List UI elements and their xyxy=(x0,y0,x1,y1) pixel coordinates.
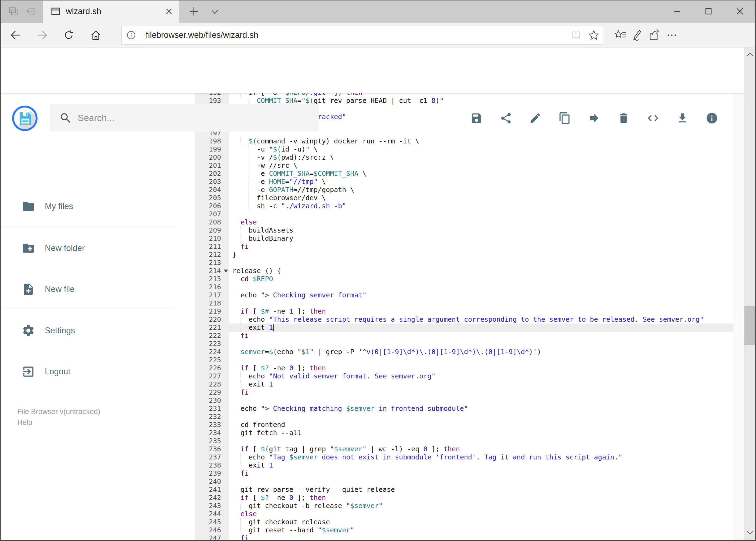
code-line[interactable]: 224semver=$(echo "$1" | grep -P '^v(0|[1… xyxy=(195,348,733,356)
new-tab-button[interactable] xyxy=(186,4,201,19)
code-line[interactable]: 201-w //src \ xyxy=(195,162,733,170)
vertical-scrollbar[interactable] xyxy=(744,48,756,540)
share-button[interactable] xyxy=(500,112,512,125)
code-line[interactable]: 228exit 1 xyxy=(195,380,733,388)
code-line[interactable]: 209buildAssets xyxy=(195,226,733,235)
code-line[interactable]: 247fi xyxy=(195,534,733,541)
sidebar-item-settings[interactable]: Settings xyxy=(0,316,189,345)
code-line[interactable]: 243git checkout -b release "$semver" xyxy=(195,502,733,510)
code-line[interactable]: 221exit 1 xyxy=(195,323,733,332)
code-line[interactable]: 193COMMIT_SHA="$(git rev-parse HEAD | cu… xyxy=(195,97,733,105)
raw-view-button[interactable] xyxy=(647,112,659,125)
code-line[interactable]: 212} xyxy=(195,251,733,259)
code-line[interactable]: 227echo "Not valid semver format. See se… xyxy=(195,372,733,380)
code-line[interactable]: 219if [ $# -ne 1 ]; then xyxy=(195,307,733,315)
maximize-button[interactable] xyxy=(696,0,721,23)
forward-button[interactable] xyxy=(32,24,53,46)
tab-preview-toggle-icon[interactable] xyxy=(208,5,222,19)
code-line[interactable]: 192if [ -d "$REPO/.git" ]; then xyxy=(195,93,733,97)
scroll-down-icon[interactable] xyxy=(744,528,756,537)
info-button[interactable] xyxy=(705,112,718,125)
refresh-icon[interactable] xyxy=(58,24,80,46)
delete-button[interactable] xyxy=(617,112,630,125)
search-bar[interactable] xyxy=(50,104,319,132)
code-line[interactable]: 208else xyxy=(195,218,733,226)
filebrowser-logo[interactable] xyxy=(12,106,38,131)
code-line[interactable]: 226if [ $? -ne 0 ]; then xyxy=(195,364,733,372)
tab-close-icon[interactable] xyxy=(161,3,177,19)
minimize-button[interactable] xyxy=(664,0,690,23)
move-button[interactable] xyxy=(588,112,601,125)
edit-button[interactable] xyxy=(529,112,542,125)
code-line[interactable]: 240 xyxy=(195,477,733,486)
annotate-pen-icon[interactable] xyxy=(628,26,645,44)
code-line[interactable]: 207 xyxy=(195,210,733,218)
code-line[interactable]: 223 xyxy=(195,340,733,348)
code-line[interactable]: 236if [ $(git tag | grep "$semver" | wc … xyxy=(195,445,733,453)
url-text[interactable]: filebrowser.web/files/wizard.sh xyxy=(146,30,567,40)
code-line[interactable]: 203-e HOME="//tmp" \ xyxy=(195,178,733,186)
fold-arrow-icon[interactable] xyxy=(224,270,228,272)
code-line[interactable]: 211fi xyxy=(195,243,733,251)
code-line[interactable]: 235 xyxy=(195,437,733,445)
code-line[interactable]: 206sh -c "./wizard.sh -b" xyxy=(195,202,733,210)
sidebar-item-new-file[interactable]: New file xyxy=(0,274,189,304)
sidebar-item-my-files[interactable]: My files xyxy=(0,192,189,221)
more-options-icon[interactable] xyxy=(663,26,680,44)
code-line[interactable]: 202-e COMMIT_SHA=$COMMIT_SHA \ xyxy=(195,170,733,178)
code-line[interactable]: 198$(command -v winpty) docker run --rm … xyxy=(195,137,733,145)
code-editor[interactable]: 192if [ -d "$REPO/.git" ]; then193COMMIT… xyxy=(195,93,733,541)
code-line[interactable]: 225 xyxy=(195,356,733,364)
sidebar-item-logout[interactable]: Logout xyxy=(0,357,189,386)
favorites-hub-icon[interactable] xyxy=(612,26,629,44)
code-line[interactable]: 229fi xyxy=(195,388,733,396)
code-line[interactable]: 200-v /$(pwd):/src:z \ xyxy=(195,154,733,162)
scrollbar-thumb[interactable] xyxy=(744,306,756,345)
copy-button[interactable] xyxy=(559,112,571,125)
tab-preview-icon[interactable] xyxy=(7,6,18,17)
code-line[interactable]: 213 xyxy=(195,259,733,267)
code-line[interactable]: 199-u "$(id -u)" \ xyxy=(195,145,733,154)
home-button[interactable] xyxy=(85,24,107,46)
back-button[interactable] xyxy=(5,24,26,46)
sidebar-item-new-folder[interactable]: New folder xyxy=(0,234,189,263)
site-info-icon[interactable] xyxy=(122,26,140,44)
save-button[interactable] xyxy=(470,112,483,125)
close-button[interactable] xyxy=(727,0,752,23)
code-line[interactable]: 215cd $REPO xyxy=(195,275,733,283)
code-line[interactable]: 244else xyxy=(195,510,733,518)
code-line[interactable]: 214release () { xyxy=(195,267,733,275)
add-favorite-star-icon[interactable] xyxy=(585,26,603,44)
code-line[interactable]: 204-e GOPATH=//tmp/gopath \ xyxy=(195,186,733,194)
code-line[interactable]: 222fi xyxy=(195,332,733,340)
set-tabs-aside-icon[interactable] xyxy=(25,6,36,17)
address-divider xyxy=(140,29,141,42)
code-line[interactable]: 205filebrowser/dev \ xyxy=(195,194,733,202)
code-line[interactable]: 218 xyxy=(195,299,733,307)
reading-view-icon[interactable] xyxy=(567,26,585,44)
tab-title: wizard.sh xyxy=(66,6,161,16)
code-line[interactable]: 245git checkout release xyxy=(195,518,733,526)
share-icon-browser[interactable] xyxy=(646,26,662,44)
code-line[interactable]: 233cd frontend xyxy=(195,421,733,429)
code-line[interactable]: 242if [ $? -ne 0 ]; then xyxy=(195,494,733,502)
address-bar[interactable]: filebrowser.web/files/wizard.sh xyxy=(122,26,603,45)
scroll-up-icon[interactable] xyxy=(744,50,756,59)
code-line[interactable]: 216 xyxy=(195,283,733,291)
code-line[interactable]: 234git fetch --all xyxy=(195,429,733,437)
code-line[interactable]: 232 xyxy=(195,413,733,421)
help-link[interactable]: Help xyxy=(17,417,101,428)
code-line[interactable]: 241git rev-parse --verify --quiet releas… xyxy=(195,486,733,494)
code-line[interactable]: 210buildBinary xyxy=(195,235,733,243)
code-line[interactable]: 239fi xyxy=(195,469,733,477)
code-line[interactable]: 217echo "> Checking semver format" xyxy=(195,291,733,299)
tab-wizard-sh[interactable]: wizard.sh xyxy=(43,0,179,23)
code-line[interactable]: 231echo "> Checking matching $semver in … xyxy=(195,405,733,413)
code-line[interactable]: 220echo "This release script requires a … xyxy=(195,315,733,323)
search-input[interactable] xyxy=(78,113,294,123)
download-button[interactable] xyxy=(676,112,689,125)
code-line[interactable]: 238exit 1 xyxy=(195,461,733,469)
code-line[interactable]: 237echo "Tag $semver does not exist in s… xyxy=(195,453,733,461)
code-line[interactable]: 246git reset --hard "$semver" xyxy=(195,526,733,534)
code-line[interactable]: 230 xyxy=(195,396,733,405)
